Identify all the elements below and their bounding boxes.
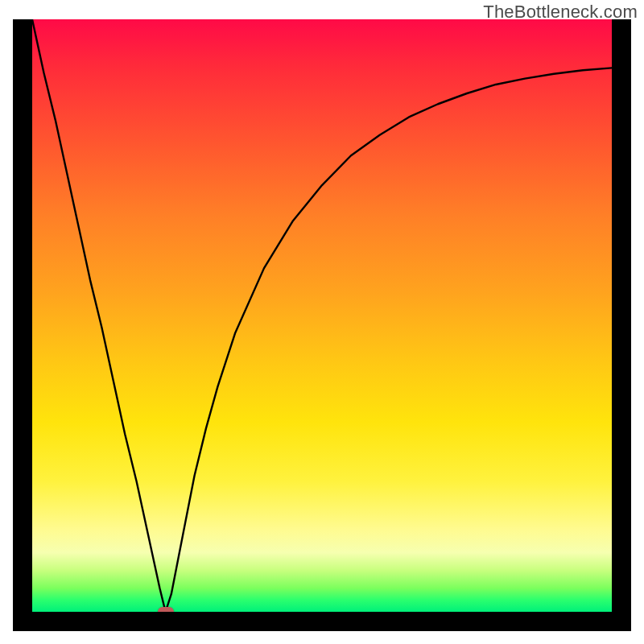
optimal-point-marker	[158, 607, 174, 612]
chart-root: TheBottleneck.com	[0, 0, 644, 644]
bottleneck-curve	[32, 19, 612, 612]
plot-frame	[13, 19, 631, 631]
plot-area	[32, 19, 612, 612]
